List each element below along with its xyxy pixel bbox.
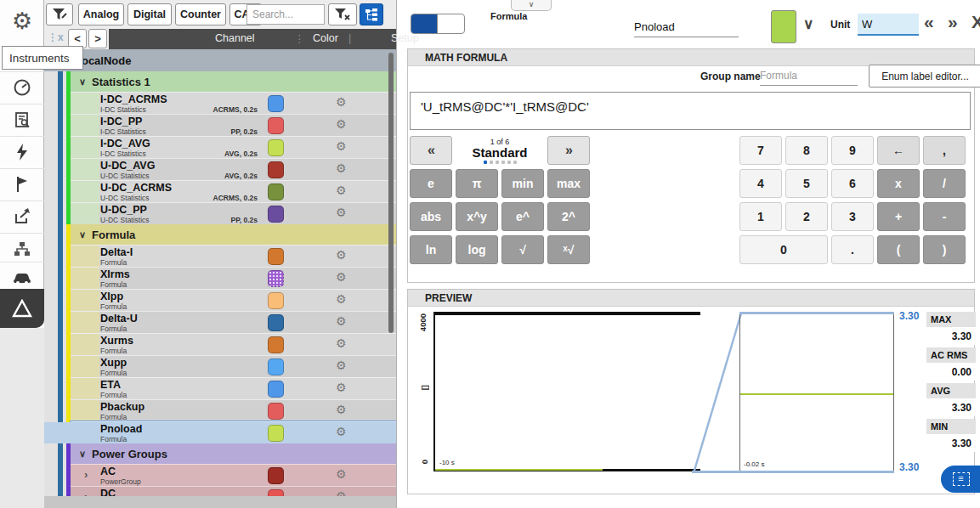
numpad-key[interactable]: +	[877, 202, 920, 231]
numpad-key[interactable]: )	[923, 235, 966, 264]
channel-setup-gear-icon[interactable]: ⚙	[336, 336, 347, 350]
group-name-input[interactable]	[760, 66, 858, 86]
energy-bolt-icon[interactable]	[0, 136, 44, 167]
channel-setup-gear-icon[interactable]: ⚙	[336, 206, 347, 219]
function-key[interactable]: e^	[501, 202, 544, 231]
counter-button[interactable]: Counter	[175, 3, 226, 25]
function-key[interactable]: 2^	[547, 202, 590, 231]
numpad-key[interactable]: -	[923, 202, 966, 231]
channel-setup-gear-icon[interactable]: ⚙	[336, 358, 347, 372]
channel-color-swatch[interactable]	[268, 95, 284, 112]
numpad-key[interactable]: 8	[785, 136, 828, 165]
channel-color-swatch[interactable]	[268, 248, 284, 265]
gauge-icon[interactable]	[0, 71, 44, 102]
channel-row[interactable]: Xupp Formula ⚙	[71, 355, 396, 377]
numpad-key[interactable]: 6	[831, 169, 874, 198]
channel-setup-gear-icon[interactable]: ⚙	[336, 270, 347, 284]
prev-channel-button[interactable]: «	[924, 12, 932, 32]
channel-color-picker[interactable]	[771, 10, 796, 43]
numpad-key[interactable]: ,	[923, 136, 966, 165]
hide-column-icon[interactable]: ⋮x	[48, 31, 64, 43]
color-column-header[interactable]: Color	[313, 32, 338, 44]
tree-root-localnode[interactable]: LocalNode	[44, 49, 396, 71]
chevron-down-icon[interactable]: ∨	[79, 229, 86, 240]
channel-color-swatch[interactable]	[268, 467, 284, 484]
vehicle-icon[interactable]	[0, 262, 44, 292]
next-channel-button[interactable]: »	[948, 12, 956, 32]
fnpad-next-button[interactable]: »	[547, 136, 590, 165]
group-header-formula[interactable]: ∨ Formula	[71, 224, 396, 245]
export-icon[interactable]	[0, 200, 44, 231]
settings-gear-icon[interactable]: ⚙	[0, 0, 44, 42]
channel-setup-gear-icon[interactable]: ⚙	[336, 314, 347, 328]
channel-row[interactable]: ETA Formula ⚙	[71, 377, 396, 399]
numpad-key[interactable]: ←	[877, 136, 920, 165]
function-key[interactable]: log	[456, 235, 498, 264]
unit-input[interactable]	[858, 14, 919, 36]
expand-chevron-icon[interactable]: ›	[84, 468, 88, 481]
channel-on-off-toggle[interactable]	[411, 14, 465, 34]
setup-column-header[interactable]: Setup	[391, 32, 419, 44]
function-key[interactable]: ˣ√	[547, 235, 590, 264]
vertical-scrollbar[interactable]	[388, 53, 394, 333]
filter-edit-button[interactable]	[46, 3, 73, 25]
channel-color-swatch[interactable]	[268, 358, 284, 375]
numpad-key[interactable]: 5	[785, 169, 828, 198]
function-key[interactable]: min	[501, 169, 544, 198]
powergroup-row[interactable]: › AC PowerGroup ⚙	[71, 464, 396, 486]
numpad-key[interactable]: 9	[831, 136, 874, 165]
channel-row[interactable]: Xurms Formula ⚙	[71, 333, 396, 355]
clear-filter-button[interactable]	[328, 3, 357, 25]
channel-color-swatch[interactable]	[268, 117, 284, 134]
numpad-key[interactable]: 4	[739, 169, 782, 198]
channel-setup-gear-icon[interactable]: ⚙	[336, 381, 347, 394]
numpad-key[interactable]: 7	[739, 136, 782, 165]
channel-list-toggle-button[interactable]: ≡	[941, 466, 980, 493]
function-key[interactable]: abs	[410, 202, 452, 231]
function-key[interactable]: x^y	[456, 202, 498, 231]
channel-setup-gear-icon[interactable]: ⚙	[336, 161, 347, 175]
group-header-power-groups[interactable]: ∨ Power Groups	[71, 443, 396, 464]
function-key[interactable]: e	[410, 169, 452, 198]
channel-color-swatch[interactable]	[268, 425, 284, 442]
channel-color-swatch[interactable]	[268, 381, 284, 398]
channel-row[interactable]: I-DC_ACRMS I-DC Statistics ACRMS, 0.2s ⚙	[71, 92, 396, 114]
function-key[interactable]: ln	[410, 235, 452, 264]
function-key[interactable]: π	[456, 169, 498, 198]
formula-expression-field[interactable]: 'U_tRMS@DC'*'I_tRMS@DC'	[410, 92, 971, 130]
fnpad-prev-button[interactable]: «	[410, 136, 452, 165]
channel-row[interactable]: Delta-I Formula ⚙	[71, 245, 396, 267]
brand-delta-icon[interactable]	[0, 289, 44, 328]
channel-setup-gear-icon[interactable]: ⚙	[336, 292, 347, 306]
function-key[interactable]: max	[547, 169, 590, 198]
channel-tree-view-button[interactable]	[360, 3, 383, 25]
channel-row[interactable]: U-DC_ACRMS U-DC Statistics ACRMS, 0.2s ⚙	[71, 180, 396, 202]
chevron-down-icon[interactable]: ∨	[79, 449, 86, 460]
channel-setup-gear-icon[interactable]: ⚙	[336, 248, 347, 262]
channel-setup-gear-icon[interactable]: ⚙	[336, 425, 347, 438]
chevron-down-icon[interactable]: ∨	[803, 15, 813, 33]
nav-right-button[interactable]: >	[88, 29, 107, 48]
network-icon[interactable]	[0, 233, 44, 263]
channel-row[interactable]: Pnoload Formula ⚙	[71, 421, 396, 443]
analog-button[interactable]: Analog	[78, 3, 124, 25]
channel-color-swatch[interactable]	[268, 403, 284, 420]
channel-color-swatch[interactable]	[268, 314, 284, 331]
channel-color-swatch[interactable]	[268, 336, 284, 353]
enum-label-editor-button[interactable]: Enum label editor...	[869, 65, 980, 87]
function-key[interactable]: √	[501, 235, 544, 264]
channel-setup-gear-icon[interactable]: ⚙	[336, 117, 347, 131]
group-header-statistics[interactable]: ∨ Statistics 1	[71, 71, 396, 92]
channel-row[interactable]: U-DC_AVG U-DC Statistics AVG, 0.2s ⚙	[71, 158, 396, 180]
numpad-key[interactable]: /	[923, 169, 966, 198]
channel-color-swatch[interactable]	[268, 139, 284, 156]
channel-row[interactable]: XIpp Formula ⚙	[71, 289, 396, 311]
flag-icon[interactable]	[0, 168, 44, 199]
close-button[interactable]: X	[972, 12, 980, 32]
channel-color-swatch[interactable]	[268, 206, 284, 223]
collapse-tab[interactable]: ∨	[511, 0, 552, 11]
numpad-key[interactable]: 3	[831, 202, 874, 231]
channel-color-swatch[interactable]	[268, 292, 284, 309]
numpad-key[interactable]: x	[877, 169, 920, 198]
channel-row[interactable]: I-DC_PP I-DC Statistics PP, 0.2s ⚙	[71, 114, 396, 136]
